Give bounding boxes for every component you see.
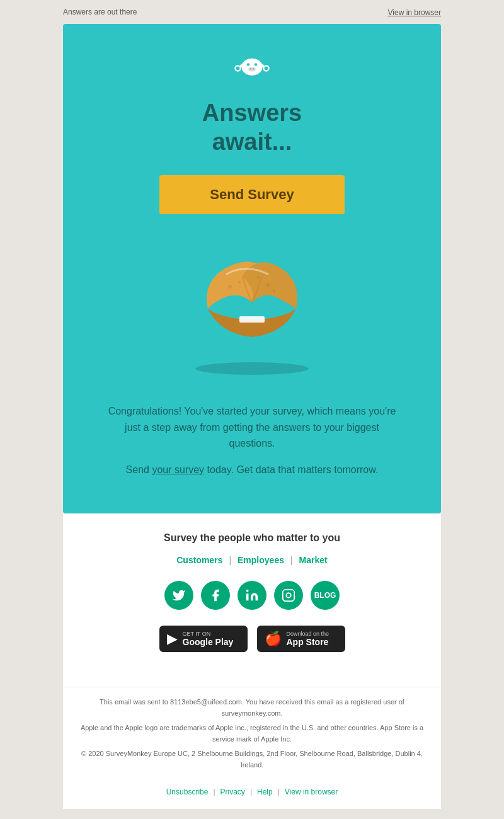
- svg-point-10: [195, 362, 309, 375]
- legal-text-1: This email was sent to 8113ebe5@uifeed.c…: [76, 697, 428, 719]
- instagram-icon[interactable]: [274, 581, 303, 610]
- view-in-browser-bottom-link[interactable]: View in browser: [285, 788, 338, 796]
- copyright-text: © 2020 SurveyMonkey Europe UC, 2 Shelbou…: [76, 748, 428, 770]
- send-survey-button[interactable]: Send Survey: [159, 175, 344, 214]
- legal-text-2: Apple and the Apple logo are trademarks …: [76, 723, 428, 745]
- apple-icon: 🍎: [265, 631, 282, 647]
- app-store-text: Download on the App Store: [287, 631, 329, 647]
- twitter-icon[interactable]: [164, 581, 193, 610]
- svg-rect-18: [283, 590, 294, 601]
- footer-legal: This email was sent to 8113ebe5@uifeed.c…: [63, 687, 441, 781]
- footer-section: Survey the people who matter to you Cust…: [63, 513, 441, 687]
- top-bar: Answers are out there View in browser: [0, 0, 504, 24]
- fortune-cookie-image: [164, 239, 340, 378]
- footer-bottom-links: Unsubscribe | Privacy | Help | View in b…: [63, 781, 441, 809]
- svg-point-3: [265, 66, 268, 70]
- app-store-badge[interactable]: 🍎 Download on the App Store: [257, 626, 345, 652]
- svg-point-15: [273, 290, 275, 292]
- svg-point-5: [247, 63, 250, 66]
- svg-point-17: [246, 590, 249, 592]
- surveymonkey-logo: [233, 49, 271, 77]
- footer-link-customers[interactable]: Customers: [176, 555, 222, 565]
- help-link[interactable]: Help: [257, 788, 273, 796]
- footer-link-market[interactable]: Market: [299, 555, 328, 565]
- footer-nav-links: Customers | Employees | Market: [176, 555, 328, 565]
- google-play-icon: ▶: [167, 631, 178, 647]
- separator-1: |: [229, 555, 231, 565]
- svg-rect-11: [239, 316, 265, 323]
- google-play-badge[interactable]: ▶ GET IT ON Google Play: [159, 626, 248, 652]
- facebook-icon[interactable]: [201, 581, 230, 610]
- svg-point-9: [253, 68, 255, 70]
- svg-point-16: [257, 276, 260, 278]
- social-icons-row: BLOG: [164, 581, 340, 610]
- main-card: Answers await... Send Survey: [63, 24, 441, 513]
- logo-area: [233, 49, 271, 80]
- your-survey-link[interactable]: your survey: [152, 464, 204, 475]
- unsubscribe-link[interactable]: Unsubscribe: [166, 788, 209, 796]
- app-badges-row: ▶ GET IT ON Google Play 🍎 Download on th…: [159, 626, 345, 652]
- headline: Answers await...: [202, 99, 302, 156]
- separator-2: |: [290, 555, 293, 565]
- privacy-link[interactable]: Privacy: [220, 788, 245, 796]
- svg-point-1: [236, 66, 240, 70]
- survey-tagline: Survey the people who matter to you: [164, 532, 340, 544]
- svg-point-6: [255, 63, 258, 66]
- top-bar-left-text: Answers are out there: [63, 8, 137, 16]
- svg-point-13: [238, 281, 241, 284]
- svg-point-14: [266, 283, 270, 287]
- google-play-text: GET IT ON Google Play: [183, 631, 234, 647]
- top-bar-right[interactable]: View in browser: [388, 6, 441, 18]
- send-link-text: Send your survey today. Get data that ma…: [126, 464, 379, 476]
- body-text: Congratulations! You've started your sur…: [107, 403, 397, 452]
- svg-point-12: [228, 285, 232, 289]
- blog-icon[interactable]: BLOG: [311, 581, 340, 610]
- svg-point-7: [248, 67, 256, 72]
- footer-link-employees[interactable]: Employees: [238, 555, 284, 565]
- view-in-browser-top-link[interactable]: View in browser: [388, 8, 441, 17]
- linkedin-icon[interactable]: [238, 581, 266, 610]
- svg-point-8: [249, 68, 251, 70]
